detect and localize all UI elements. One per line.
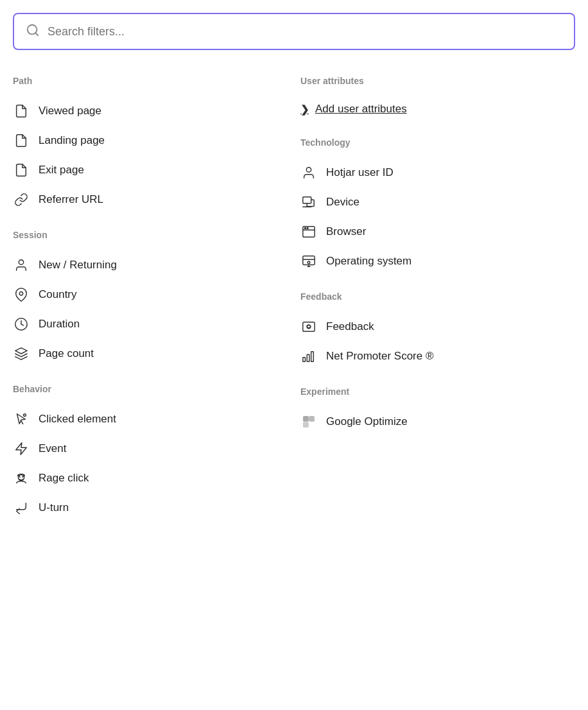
add-user-attributes[interactable]: ❯ Add user attributes: [300, 96, 575, 122]
filter-country[interactable]: Country: [13, 280, 288, 309]
right-column: User attributes ❯ Add user attributes Te…: [300, 71, 575, 523]
svg-rect-22: [307, 354, 309, 361]
filter-label: Net Promoter Score ®: [326, 350, 433, 363]
page-icon: [13, 103, 30, 119]
section-feedback-title: Feedback: [300, 291, 575, 302]
filter-label: Viewed page: [39, 105, 101, 117]
svg-point-6: [24, 414, 26, 417]
svg-point-16: [307, 228, 308, 229]
svg-rect-19: [303, 322, 315, 332]
browser-icon: [300, 223, 317, 240]
os-icon: [300, 253, 317, 270]
filter-label: Duration: [39, 318, 80, 331]
filter-label: New / Returning: [39, 259, 117, 272]
svg-line-1: [35, 33, 38, 35]
filter-label: Google Optimize: [326, 415, 408, 428]
svg-rect-10: [303, 197, 311, 203]
section-path-title: Path: [13, 76, 288, 86]
chevron-right-icon: ❯: [300, 103, 309, 116]
svg-marker-7: [16, 443, 27, 455]
filter-page-count[interactable]: Page count: [13, 339, 288, 368]
filter-rage-click[interactable]: Rage click: [13, 463, 288, 493]
svg-rect-23: [311, 352, 314, 362]
filter-label: Device: [326, 196, 359, 209]
filter-label: Exit page: [39, 164, 84, 177]
filter-label: Referrer URL: [39, 193, 103, 206]
svg-rect-24: [304, 417, 308, 421]
filter-device[interactable]: Device: [300, 187, 575, 217]
filter-label: Feedback: [326, 320, 374, 333]
section-technology-title: Technology: [300, 137, 575, 148]
left-column: Path Viewed page Landing page: [13, 71, 300, 523]
search-icon: [26, 23, 48, 40]
nps-icon: [300, 348, 317, 365]
svg-rect-21: [303, 358, 306, 361]
location-icon: [13, 286, 30, 303]
svg-point-9: [306, 168, 311, 172]
svg-point-2: [19, 260, 23, 264]
filter-uturn[interactable]: U-turn: [13, 493, 288, 523]
device-icon: [300, 194, 317, 211]
filter-nps[interactable]: Net Promoter Score ®: [300, 342, 575, 371]
layers-icon: [13, 345, 30, 362]
filter-new-returning[interactable]: New / Returning: [13, 250, 288, 280]
filter-hotjar-user-id[interactable]: Hotjar user ID: [300, 158, 575, 187]
filter-feedback[interactable]: Feedback: [300, 312, 575, 342]
filter-label: Operating system: [326, 255, 411, 268]
filter-clicked-element[interactable]: Clicked element: [13, 404, 288, 434]
filter-duration[interactable]: Duration: [13, 309, 288, 339]
page-icon: [13, 162, 30, 178]
filter-viewed-page[interactable]: Viewed page: [13, 96, 288, 126]
filter-exit-page[interactable]: Exit page: [13, 155, 288, 185]
filter-label: Rage click: [39, 472, 89, 485]
event-icon: [13, 440, 30, 457]
section-behavior-title: Behavior: [13, 384, 288, 394]
uturn-icon: [13, 499, 30, 516]
link-icon: [13, 191, 30, 208]
filter-label: Landing page: [39, 134, 105, 147]
search-input[interactable]: [48, 25, 562, 39]
filter-landing-page[interactable]: Landing page: [13, 126, 288, 155]
clock-icon: [13, 316, 30, 333]
svg-point-18: [307, 261, 310, 264]
click-icon: [13, 411, 30, 428]
filter-operating-system[interactable]: Operating system: [300, 247, 575, 276]
filter-label: Page count: [39, 347, 94, 360]
rage-icon: [13, 470, 30, 487]
svg-rect-26: [309, 417, 314, 421]
filter-label: U-turn: [39, 501, 69, 514]
filter-label: Country: [39, 288, 77, 301]
filter-label: Clicked element: [39, 413, 116, 426]
svg-marker-5: [15, 348, 27, 354]
page-icon: [13, 132, 30, 149]
user-icon: [13, 257, 30, 273]
filter-browser[interactable]: Browser: [300, 217, 575, 247]
filter-event[interactable]: Event: [13, 434, 288, 463]
filter-label: Add user attributes: [315, 103, 407, 116]
filter-label: Hotjar user ID: [326, 166, 393, 179]
svg-rect-25: [304, 422, 308, 427]
section-user-attributes-title: User attributes: [300, 76, 575, 86]
svg-point-3: [19, 291, 23, 295]
user-icon: [300, 164, 317, 181]
feedback-icon: [300, 318, 317, 335]
filter-label: Event: [39, 442, 66, 455]
search-bar[interactable]: [13, 13, 575, 50]
filter-referrer-url[interactable]: Referrer URL: [13, 185, 288, 214]
svg-point-15: [305, 228, 306, 229]
section-experiment-title: Experiment: [300, 386, 575, 397]
section-session-title: Session: [13, 230, 288, 240]
google-optimize-icon: [300, 413, 317, 430]
filter-label: Browser: [326, 225, 366, 238]
filter-google-optimize[interactable]: Google Optimize: [300, 407, 575, 437]
